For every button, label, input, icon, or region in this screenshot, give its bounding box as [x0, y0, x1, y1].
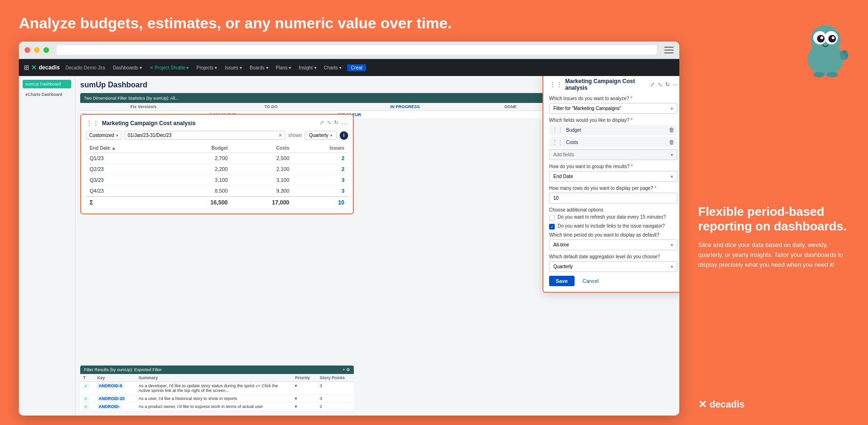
- widget-refresh-icon[interactable]: ↻: [334, 119, 338, 127]
- settings-expand-icon[interactable]: ⤡: [658, 81, 662, 88]
- bottom-filter-table: T Key Summary Priority Story Points ✓ AN…: [80, 374, 354, 411]
- drag-handle-icon: ⋮⋮: [86, 119, 99, 127]
- nav-dashboards[interactable]: Dashboards ▾: [111, 64, 144, 71]
- col-costs: Costs: [232, 144, 293, 153]
- table-row: Q1/23 2,700 2,500 2: [86, 153, 348, 164]
- nav-insight[interactable]: Insight ▾: [297, 64, 318, 71]
- table-row: ✓ ANDROID- As a product owner, I'd like …: [80, 403, 354, 411]
- group-label: How do you want to group the results? *: [549, 164, 677, 169]
- save-button[interactable]: Save: [549, 276, 575, 286]
- svg-point-9: [845, 54, 848, 57]
- aggregation-label: Which default date aggregation level do …: [549, 254, 677, 259]
- widget-expand-icon[interactable]: ⤡: [327, 119, 331, 127]
- decadis-logo-x-icon: ✕: [698, 399, 707, 411]
- bottom-table-expand[interactable]: +: [342, 367, 345, 372]
- browser-url-bar[interactable]: [57, 45, 657, 55]
- product-tagline: Flexible period-based reporting on dashb…: [698, 204, 854, 234]
- settings-minimize-icon[interactable]: ⤢: [650, 81, 655, 88]
- table-row: Q4/23 8,500 9,300 3: [86, 186, 348, 197]
- info-button[interactable]: i: [340, 131, 348, 140]
- svg-point-6: [820, 36, 823, 39]
- widget-title: ⋮⋮ Marketing Campaign Cost analysis: [86, 119, 196, 127]
- svg-point-10: [813, 72, 825, 77]
- cancel-button[interactable]: Cancel: [579, 276, 602, 286]
- nav-projects[interactable]: Projects ▾: [194, 64, 219, 71]
- sidebar-tab-sumup[interactable]: sumUp Dashboard: [23, 80, 71, 88]
- col-type: T: [80, 374, 94, 382]
- nav-issues[interactable]: Issues ▾: [223, 64, 244, 71]
- nav-create[interactable]: Creat: [347, 64, 366, 71]
- additional-options-label: Choose additional options: [549, 207, 677, 212]
- checkbox-row-refresh: Do you want to refresh your data every 1…: [549, 214, 677, 221]
- nav-plans[interactable]: Plans ▾: [274, 64, 293, 71]
- checkbox-row-links: ✓ Do you want to include links to the is…: [549, 223, 677, 230]
- traffic-light-green[interactable]: [43, 47, 49, 53]
- field-name-budget: Budget: [566, 128, 669, 133]
- field-delete-budget[interactable]: 🗑: [669, 127, 675, 133]
- jira-logo: ⊞ ✕ decadis: [24, 64, 60, 71]
- bottom-filter-title: Filter Results (by sumUp): Exported Filt…: [84, 367, 162, 372]
- dashboard-content: sumUp Dashboard eCharts Dashboard sumUp …: [19, 76, 679, 416]
- mascot-area: [698, 14, 854, 80]
- svg-point-7: [832, 36, 835, 39]
- widget-actions: ⤢ ⤡ ↻ ···: [320, 119, 348, 127]
- period-select[interactable]: Quarterly ▾: [305, 131, 337, 140]
- time-period-label: Which time period do you want to display…: [549, 232, 677, 238]
- settings-more-icon[interactable]: ···: [673, 81, 677, 88]
- bottom-table-section: Filter Results (by sumUp): Exported Filt…: [80, 366, 354, 411]
- checkbox-links[interactable]: ✓: [549, 224, 555, 230]
- field-delete-costs[interactable]: 🗑: [669, 139, 675, 145]
- fields-label: Which fields would you like to display? …: [549, 118, 677, 123]
- filter-mode-select[interactable]: Customized ▾: [86, 131, 122, 140]
- field-name-costs: Costs: [566, 140, 669, 145]
- checkbox-refresh[interactable]: [549, 215, 555, 221]
- rows-input[interactable]: 10: [549, 193, 677, 204]
- browser-titlebar: [19, 42, 679, 59]
- traffic-light-red[interactable]: [25, 47, 30, 53]
- nav-project-shuttle[interactable]: ✕ Project Shuttle ▾: [148, 64, 191, 71]
- date-range-input[interactable]: 01/Jan/23-31/Dec/23 ✕: [125, 131, 285, 140]
- widget-more-icon[interactable]: ···: [341, 119, 348, 127]
- widget-filter-row: Customized ▾ 01/Jan/23-31/Dec/23 ✕ shown…: [86, 131, 348, 140]
- settings-actions: ⤢ ⤡ ↻ ···: [650, 81, 677, 88]
- bottom-table-settings[interactable]: ⚙: [346, 367, 350, 372]
- cost-analysis-widget: ⋮⋮ Marketing Campaign Cost analysis ⤢ ⤡ …: [80, 114, 354, 214]
- bottom-filter-header: Filter Results (by sumUp): Exported Filt…: [80, 366, 354, 374]
- nav-charts[interactable]: Charts ▾: [322, 64, 343, 71]
- browser-menu-button[interactable]: [664, 47, 674, 53]
- right-area: Flexible period-based reporting on dashb…: [689, 0, 868, 425]
- col-story-points: Story Points: [317, 374, 354, 382]
- widget-header: ⋮⋮ Marketing Campaign Cost analysis ⤢ ⤡ …: [86, 119, 348, 127]
- svg-point-8: [843, 50, 846, 54]
- product-description: Slice and dice your data based on daily,…: [698, 240, 854, 270]
- settings-drag-icon: ⋮⋮: [549, 81, 562, 88]
- issues-filter-select[interactable]: Filter for "Marketing Campaigns" ▾: [549, 103, 677, 114]
- group-select[interactable]: End Date ▾: [549, 171, 677, 182]
- add-fields-box[interactable]: Add fields ▾: [549, 149, 677, 160]
- sidebar-tab-echarts[interactable]: eCharts Dashboard: [23, 90, 71, 99]
- table-row: ✓ ANDROID-20 As a user, I'd like a histo…: [80, 395, 354, 403]
- table-row: ✓ ANDROID-9 As a developer, I'd like to …: [80, 382, 354, 395]
- col-issues: Issues: [293, 144, 348, 153]
- col-priority: Priority: [292, 374, 317, 382]
- settings-refresh-icon[interactable]: ↻: [665, 81, 670, 88]
- traffic-light-yellow[interactable]: [34, 47, 40, 53]
- svg-point-11: [826, 72, 838, 77]
- table-row: Q3/23 3,100 3,100 3: [86, 175, 348, 186]
- col-end-date: End Date ▲: [86, 144, 170, 153]
- nav-instance: Decadis Demo Jira: [64, 64, 107, 71]
- settings-panel-header: ⋮⋮ Marketing Campaign Cost analysis ⤢ ⤡ …: [549, 78, 677, 91]
- right-content: Flexible period-based reporting on dashb…: [698, 204, 854, 280]
- field-drag-handle[interactable]: ⋮⋮: [552, 127, 563, 133]
- widget-minimize-icon[interactable]: ⤢: [320, 119, 324, 127]
- browser-window: ⊞ ✕ decadis Decadis Demo Jira Dashboards…: [19, 42, 679, 416]
- field-drag-handle-costs[interactable]: ⋮⋮: [552, 139, 563, 145]
- time-period-select[interactable]: All-time ▾: [549, 239, 677, 250]
- col-todo: TO DO: [207, 103, 335, 111]
- sum-row: Σ 16,500 17,000 10: [86, 196, 348, 209]
- sidebar-panel: sumUp Dashboard eCharts Dashboard: [19, 76, 75, 416]
- col-done: DONE: [475, 103, 546, 111]
- nav-boards[interactable]: Boards ▾: [248, 64, 270, 71]
- clear-date-icon[interactable]: ✕: [278, 133, 282, 138]
- aggregation-select[interactable]: Quarterly ▾: [549, 261, 677, 272]
